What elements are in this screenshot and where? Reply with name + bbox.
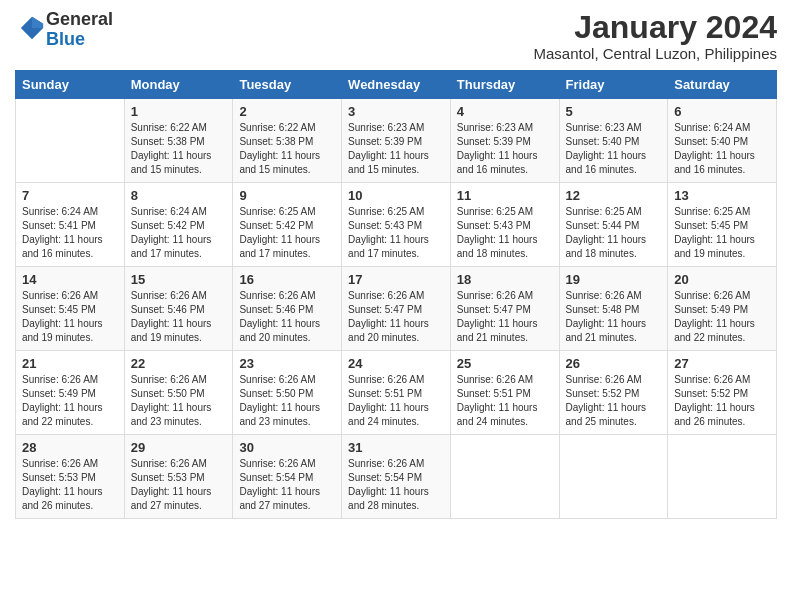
calendar-cell: 24Sunrise: 6:26 AM Sunset: 5:51 PM Dayli…: [342, 351, 451, 435]
calendar-cell: [559, 435, 668, 519]
day-info: Sunrise: 6:25 AM Sunset: 5:42 PM Dayligh…: [239, 205, 335, 261]
day-number: 8: [131, 188, 227, 203]
day-header-thursday: Thursday: [450, 71, 559, 99]
calendar-cell: 31Sunrise: 6:26 AM Sunset: 5:54 PM Dayli…: [342, 435, 451, 519]
calendar-cell: 26Sunrise: 6:26 AM Sunset: 5:52 PM Dayli…: [559, 351, 668, 435]
calendar-cell: 14Sunrise: 6:26 AM Sunset: 5:45 PM Dayli…: [16, 267, 125, 351]
day-info: Sunrise: 6:23 AM Sunset: 5:39 PM Dayligh…: [348, 121, 444, 177]
day-info: Sunrise: 6:24 AM Sunset: 5:40 PM Dayligh…: [674, 121, 770, 177]
day-number: 28: [22, 440, 118, 455]
calendar-week-4: 21Sunrise: 6:26 AM Sunset: 5:49 PM Dayli…: [16, 351, 777, 435]
calendar-cell: 25Sunrise: 6:26 AM Sunset: 5:51 PM Dayli…: [450, 351, 559, 435]
title-block: January 2024 Masantol, Central Luzon, Ph…: [534, 10, 777, 62]
day-info: Sunrise: 6:26 AM Sunset: 5:49 PM Dayligh…: [674, 289, 770, 345]
calendar-cell: 17Sunrise: 6:26 AM Sunset: 5:47 PM Dayli…: [342, 267, 451, 351]
day-info: Sunrise: 6:25 AM Sunset: 5:45 PM Dayligh…: [674, 205, 770, 261]
day-number: 21: [22, 356, 118, 371]
calendar-cell: 13Sunrise: 6:25 AM Sunset: 5:45 PM Dayli…: [668, 183, 777, 267]
logo-text: General Blue: [46, 10, 113, 50]
calendar-cell: [450, 435, 559, 519]
calendar-cell: 23Sunrise: 6:26 AM Sunset: 5:50 PM Dayli…: [233, 351, 342, 435]
day-number: 9: [239, 188, 335, 203]
day-number: 24: [348, 356, 444, 371]
day-info: Sunrise: 6:26 AM Sunset: 5:52 PM Dayligh…: [674, 373, 770, 429]
day-number: 10: [348, 188, 444, 203]
calendar-cell: 10Sunrise: 6:25 AM Sunset: 5:43 PM Dayli…: [342, 183, 451, 267]
day-info: Sunrise: 6:26 AM Sunset: 5:48 PM Dayligh…: [566, 289, 662, 345]
day-header-monday: Monday: [124, 71, 233, 99]
day-number: 12: [566, 188, 662, 203]
day-info: Sunrise: 6:22 AM Sunset: 5:38 PM Dayligh…: [239, 121, 335, 177]
page-header: General Blue January 2024 Masantol, Cent…: [15, 10, 777, 62]
calendar-table: SundayMondayTuesdayWednesdayThursdayFrid…: [15, 70, 777, 519]
day-number: 13: [674, 188, 770, 203]
day-info: Sunrise: 6:24 AM Sunset: 5:42 PM Dayligh…: [131, 205, 227, 261]
day-number: 4: [457, 104, 553, 119]
calendar-week-5: 28Sunrise: 6:26 AM Sunset: 5:53 PM Dayli…: [16, 435, 777, 519]
day-number: 11: [457, 188, 553, 203]
day-info: Sunrise: 6:26 AM Sunset: 5:45 PM Dayligh…: [22, 289, 118, 345]
day-number: 26: [566, 356, 662, 371]
day-number: 23: [239, 356, 335, 371]
calendar-cell: [668, 435, 777, 519]
day-number: 15: [131, 272, 227, 287]
day-number: 30: [239, 440, 335, 455]
day-info: Sunrise: 6:24 AM Sunset: 5:41 PM Dayligh…: [22, 205, 118, 261]
calendar-cell: 7Sunrise: 6:24 AM Sunset: 5:41 PM Daylig…: [16, 183, 125, 267]
day-info: Sunrise: 6:25 AM Sunset: 5:44 PM Dayligh…: [566, 205, 662, 261]
calendar-cell: 16Sunrise: 6:26 AM Sunset: 5:46 PM Dayli…: [233, 267, 342, 351]
location: Masantol, Central Luzon, Philippines: [534, 45, 777, 62]
calendar-cell: 18Sunrise: 6:26 AM Sunset: 5:47 PM Dayli…: [450, 267, 559, 351]
calendar-cell: 22Sunrise: 6:26 AM Sunset: 5:50 PM Dayli…: [124, 351, 233, 435]
day-info: Sunrise: 6:26 AM Sunset: 5:46 PM Dayligh…: [131, 289, 227, 345]
day-number: 17: [348, 272, 444, 287]
calendar-week-1: 1Sunrise: 6:22 AM Sunset: 5:38 PM Daylig…: [16, 99, 777, 183]
svg-marker-2: [32, 17, 43, 28]
day-info: Sunrise: 6:25 AM Sunset: 5:43 PM Dayligh…: [348, 205, 444, 261]
day-info: Sunrise: 6:23 AM Sunset: 5:40 PM Dayligh…: [566, 121, 662, 177]
day-number: 18: [457, 272, 553, 287]
day-info: Sunrise: 6:26 AM Sunset: 5:51 PM Dayligh…: [457, 373, 553, 429]
day-info: Sunrise: 6:26 AM Sunset: 5:47 PM Dayligh…: [457, 289, 553, 345]
calendar-cell: 4Sunrise: 6:23 AM Sunset: 5:39 PM Daylig…: [450, 99, 559, 183]
calendar-cell: 21Sunrise: 6:26 AM Sunset: 5:49 PM Dayli…: [16, 351, 125, 435]
calendar-cell: 28Sunrise: 6:26 AM Sunset: 5:53 PM Dayli…: [16, 435, 125, 519]
day-header-friday: Friday: [559, 71, 668, 99]
day-number: 6: [674, 104, 770, 119]
day-number: 20: [674, 272, 770, 287]
day-number: 2: [239, 104, 335, 119]
day-info: Sunrise: 6:23 AM Sunset: 5:39 PM Dayligh…: [457, 121, 553, 177]
day-number: 3: [348, 104, 444, 119]
day-number: 5: [566, 104, 662, 119]
calendar-cell: 2Sunrise: 6:22 AM Sunset: 5:38 PM Daylig…: [233, 99, 342, 183]
calendar-body: 1Sunrise: 6:22 AM Sunset: 5:38 PM Daylig…: [16, 99, 777, 519]
calendar-cell: 3Sunrise: 6:23 AM Sunset: 5:39 PM Daylig…: [342, 99, 451, 183]
day-number: 19: [566, 272, 662, 287]
day-info: Sunrise: 6:26 AM Sunset: 5:54 PM Dayligh…: [239, 457, 335, 513]
day-number: 25: [457, 356, 553, 371]
day-info: Sunrise: 6:25 AM Sunset: 5:43 PM Dayligh…: [457, 205, 553, 261]
month-year: January 2024: [534, 10, 777, 45]
day-info: Sunrise: 6:26 AM Sunset: 5:46 PM Dayligh…: [239, 289, 335, 345]
calendar-cell: 12Sunrise: 6:25 AM Sunset: 5:44 PM Dayli…: [559, 183, 668, 267]
day-info: Sunrise: 6:26 AM Sunset: 5:51 PM Dayligh…: [348, 373, 444, 429]
calendar-header-row: SundayMondayTuesdayWednesdayThursdayFrid…: [16, 71, 777, 99]
calendar-cell: 1Sunrise: 6:22 AM Sunset: 5:38 PM Daylig…: [124, 99, 233, 183]
day-info: Sunrise: 6:26 AM Sunset: 5:53 PM Dayligh…: [22, 457, 118, 513]
calendar-cell: 29Sunrise: 6:26 AM Sunset: 5:53 PM Dayli…: [124, 435, 233, 519]
day-info: Sunrise: 6:26 AM Sunset: 5:52 PM Dayligh…: [566, 373, 662, 429]
calendar-cell: 8Sunrise: 6:24 AM Sunset: 5:42 PM Daylig…: [124, 183, 233, 267]
day-header-sunday: Sunday: [16, 71, 125, 99]
logo-icon: [18, 14, 46, 42]
day-number: 7: [22, 188, 118, 203]
day-info: Sunrise: 6:26 AM Sunset: 5:50 PM Dayligh…: [239, 373, 335, 429]
day-info: Sunrise: 6:26 AM Sunset: 5:50 PM Dayligh…: [131, 373, 227, 429]
calendar-week-3: 14Sunrise: 6:26 AM Sunset: 5:45 PM Dayli…: [16, 267, 777, 351]
day-info: Sunrise: 6:26 AM Sunset: 5:49 PM Dayligh…: [22, 373, 118, 429]
day-number: 14: [22, 272, 118, 287]
day-info: Sunrise: 6:26 AM Sunset: 5:54 PM Dayligh…: [348, 457, 444, 513]
calendar-cell: 15Sunrise: 6:26 AM Sunset: 5:46 PM Dayli…: [124, 267, 233, 351]
day-number: 1: [131, 104, 227, 119]
calendar-cell: [16, 99, 125, 183]
day-info: Sunrise: 6:22 AM Sunset: 5:38 PM Dayligh…: [131, 121, 227, 177]
